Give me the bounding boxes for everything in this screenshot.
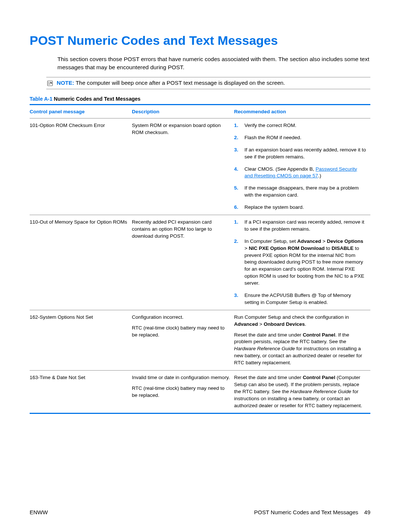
- cell-description: Recently added PCI expansion card contai…: [132, 215, 234, 310]
- cell-message: 101-Option ROM Checksum Error: [30, 118, 132, 215]
- step: Replace the system board.: [234, 204, 367, 211]
- footer-section-title: POST Numeric Codes and Text Messages: [254, 509, 358, 515]
- footer-right: POST Numeric Codes and Text Messages49: [254, 509, 370, 515]
- t: Device Options: [327, 238, 363, 244]
- cell-description: System ROM or expansion board option ROM…: [132, 118, 234, 215]
- note-label: NOTE:: [57, 80, 74, 86]
- t: Control Panel: [303, 332, 335, 338]
- t: In Computer Setup, set: [244, 238, 297, 244]
- t: Reset the date and time under: [234, 332, 303, 338]
- step: If a PCI expansion card was recently add…: [234, 219, 367, 233]
- t: Reset the date and time under: [234, 375, 303, 380]
- t: >: [258, 321, 264, 327]
- t: >: [321, 238, 327, 244]
- note-icon: [46, 80, 54, 87]
- desc-p: RTC (real-time clock) battery may need t…: [132, 325, 230, 339]
- intro-paragraph: This section covers those POST errors th…: [57, 55, 370, 72]
- cell-action: Reset the date and time under Control Pa…: [234, 370, 370, 413]
- desc-p: RTC (real-time clock) battery may need t…: [132, 385, 230, 399]
- t: to prevent PXE option ROM for the intern…: [244, 245, 364, 286]
- footer-left: ENWW: [30, 509, 48, 515]
- cell-message: 110-Out of Memory Space for Option ROMs: [30, 215, 132, 310]
- cell-description: Configuration incorrect. RTC (real-time …: [132, 310, 234, 370]
- t: NIC PXE Option ROM Download: [249, 245, 325, 251]
- action-p: Reset the date and time under Control Pa…: [234, 374, 367, 409]
- note-text: NOTE: The computer will beep once after …: [57, 80, 285, 86]
- cell-description: Invalid time or date in configuration me…: [132, 370, 234, 413]
- page-footer: ENWW POST Numeric Codes and Text Message…: [30, 509, 370, 515]
- t: to: [324, 245, 331, 251]
- col-header-message: Control panel message: [30, 104, 132, 118]
- t: Run Computer Setup and check the configu…: [234, 314, 349, 320]
- t: Advanced: [234, 321, 258, 327]
- t: Hardware Reference Guide: [234, 346, 295, 351]
- col-header-description: Description: [132, 104, 234, 118]
- cell-action: Verify the correct ROM. Flash the ROM if…: [234, 118, 370, 215]
- t: Hardware Reference Guide: [290, 389, 351, 394]
- col-header-action: Recommended action: [234, 104, 370, 118]
- step: If the message disappears, there may be …: [234, 185, 367, 199]
- desc-p: Configuration incorrect.: [132, 314, 230, 321]
- t: >: [244, 245, 249, 251]
- step: Verify the correct ROM.: [234, 122, 367, 129]
- step-text-tail: .): [318, 173, 321, 178]
- step: Clear CMOS. (See Appendix B, Password Se…: [234, 166, 367, 180]
- action-steps: Verify the correct ROM. Flash the ROM if…: [234, 122, 367, 211]
- cell-message: 162-System Options Not Set: [30, 310, 132, 370]
- table-row: 162-System Options Not Set Configuration…: [30, 310, 370, 370]
- action-p: Reset the date and time under Control Pa…: [234, 332, 367, 367]
- cell-message: 163-Time & Date Not Set: [30, 370, 132, 413]
- t: Onboard Devices: [264, 321, 305, 327]
- step: If an expansion board was recently added…: [234, 147, 367, 161]
- t: DISABLE: [331, 245, 353, 251]
- table-row: 163-Time & Date Not Set Invalid time or …: [30, 370, 370, 413]
- step-text: Clear CMOS. (See Appendix B,: [244, 166, 316, 172]
- t: Advanced: [297, 238, 321, 244]
- note-box: NOTE: The computer will beep once after …: [46, 77, 370, 89]
- action-steps: If a PCI expansion card was recently add…: [234, 219, 367, 306]
- t: Control Panel: [303, 375, 335, 380]
- table-header-row: Control panel message Description Recomm…: [30, 104, 370, 118]
- step: Flash the ROM if needed.: [234, 134, 367, 141]
- table-row: 110-Out of Memory Space for Option ROMs …: [30, 215, 370, 310]
- page-heading: POST Numeric Codes and Text Messages: [30, 33, 370, 48]
- t: .: [305, 321, 306, 327]
- table-title-rest: Numeric Codes and Text Messages: [52, 96, 140, 102]
- desc-p: Invalid time or date in configuration me…: [132, 374, 230, 381]
- table-title-prefix: Table A-1: [30, 96, 52, 102]
- table-title: Table A-1 Numeric Codes and Text Message…: [30, 96, 370, 102]
- codes-table: Control panel message Description Recomm…: [30, 104, 370, 414]
- table-row: 101-Option ROM Checksum Error System ROM…: [30, 118, 370, 215]
- cell-action: If a PCI expansion card was recently add…: [234, 215, 370, 310]
- note-body: The computer will beep once after a POST…: [76, 80, 285, 86]
- action-p: Run Computer Setup and check the configu…: [234, 314, 367, 328]
- page-number: 49: [364, 509, 370, 515]
- cell-action: Run Computer Setup and check the configu…: [234, 310, 370, 370]
- step: In Computer Setup, set Advanced > Device…: [234, 238, 367, 287]
- step: Ensure the ACPI/USB Buffers @ Top of Mem…: [234, 292, 367, 306]
